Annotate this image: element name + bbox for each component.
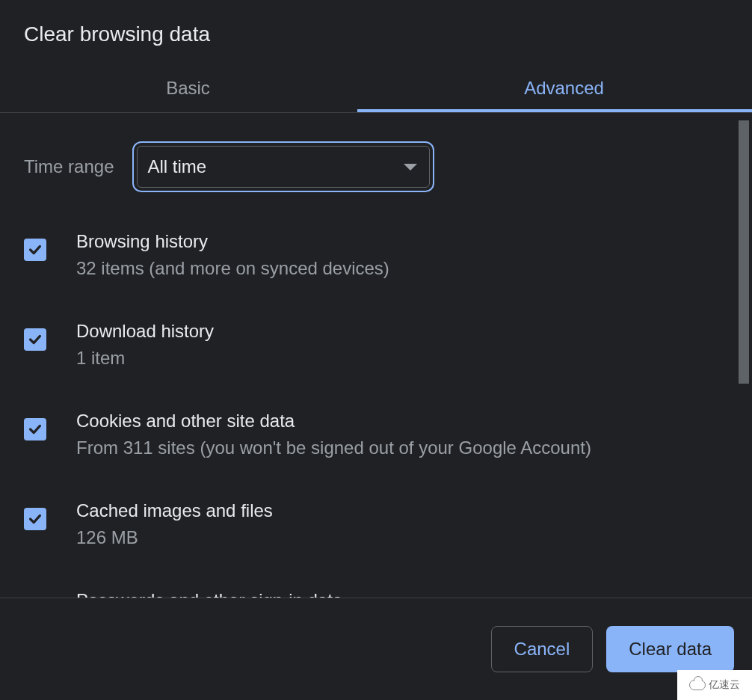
time-range-select[interactable]: All time bbox=[132, 141, 434, 192]
scroll-container[interactable]: Time range All time Browsing history 32 … bbox=[0, 119, 737, 598]
option-text: Browsing history 32 items (and more on s… bbox=[76, 231, 389, 279]
time-range-value: All time bbox=[148, 156, 207, 177]
chevron-down-icon bbox=[404, 164, 417, 171]
time-range-label: Time range bbox=[24, 156, 114, 177]
dialog-footer: Cancel Clear data bbox=[0, 598, 752, 700]
checkbox-browsing-history[interactable] bbox=[24, 239, 46, 261]
option-cookies[interactable]: Cookies and other site data From 311 sit… bbox=[24, 411, 722, 458]
time-range-row: Time range All time bbox=[24, 141, 722, 192]
option-subtitle: 1 item bbox=[76, 348, 214, 369]
cancel-button[interactable]: Cancel bbox=[491, 626, 594, 672]
dialog-title: Clear browsing data bbox=[0, 0, 752, 67]
option-title: Cookies and other site data bbox=[76, 411, 591, 432]
checkbox-cookies[interactable] bbox=[24, 418, 46, 440]
option-download-history[interactable]: Download history 1 item bbox=[24, 321, 722, 369]
option-title: Cached images and files bbox=[76, 500, 273, 521]
tabs: Basic Advanced bbox=[0, 67, 752, 113]
active-tab-indicator bbox=[357, 109, 752, 112]
check-icon bbox=[27, 242, 43, 258]
check-icon bbox=[27, 421, 43, 438]
tab-basic[interactable]: Basic bbox=[0, 67, 376, 112]
option-text: Cookies and other site data From 311 sit… bbox=[76, 411, 591, 458]
clear-browsing-data-dialog: Clear browsing data Basic Advanced Time … bbox=[0, 0, 752, 700]
option-text: Cached images and files 126 MB bbox=[76, 500, 273, 548]
checkbox-download-history[interactable] bbox=[24, 328, 46, 351]
option-subtitle: 32 items (and more on synced devices) bbox=[76, 258, 389, 279]
watermark-text: 亿速云 bbox=[709, 678, 740, 692]
select-box: All time bbox=[137, 146, 430, 188]
dialog-body: Time range All time Browsing history 32 … bbox=[0, 113, 752, 598]
check-icon bbox=[27, 331, 43, 348]
option-subtitle: 126 MB bbox=[76, 527, 273, 548]
clear-data-button[interactable]: Clear data bbox=[606, 626, 734, 672]
watermark: 亿速云 bbox=[677, 670, 752, 700]
option-text: Passwords and other sign-in data 8 passw… bbox=[76, 590, 557, 598]
scrollbar[interactable] bbox=[737, 120, 751, 590]
cloud-icon bbox=[689, 680, 706, 690]
option-browsing-history[interactable]: Browsing history 32 items (and more on s… bbox=[24, 231, 722, 279]
option-text: Download history 1 item bbox=[76, 321, 214, 369]
checkbox-cached[interactable] bbox=[24, 508, 46, 530]
option-title: Browsing history bbox=[76, 231, 389, 252]
option-subtitle: From 311 sites (you won't be signed out … bbox=[76, 438, 591, 458]
option-title: Download history bbox=[76, 321, 214, 342]
check-icon bbox=[27, 511, 43, 527]
tab-advanced[interactable]: Advanced bbox=[376, 67, 752, 112]
option-title: Passwords and other sign-in data bbox=[76, 590, 557, 598]
option-cached[interactable]: Cached images and files 126 MB bbox=[24, 500, 722, 548]
option-passwords[interactable]: Passwords and other sign-in data 8 passw… bbox=[24, 590, 722, 598]
scrollbar-thumb[interactable] bbox=[739, 120, 749, 384]
